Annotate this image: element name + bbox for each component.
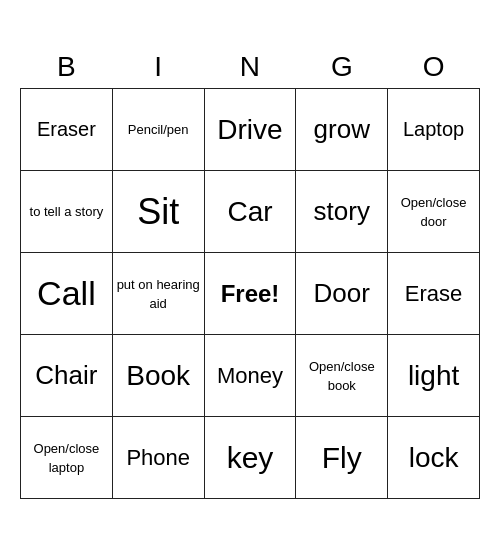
cell-text: Book [126,360,190,391]
bingo-header-O: O [388,45,480,89]
cell-text: key [227,441,274,474]
cell-text: Money [217,363,283,388]
bingo-cell-2-2: Free! [204,253,296,335]
cell-text: to tell a story [30,204,104,219]
cell-text: Call [37,274,96,312]
cell-text: lock [409,442,459,473]
cell-text: Open/close door [401,195,467,229]
cell-text: Erase [405,281,462,306]
cell-text: Drive [217,114,282,145]
cell-text: Eraser [37,118,96,140]
bingo-cell-0-1: Pencil/pen [112,89,204,171]
cell-text: Laptop [403,118,464,140]
cell-text: Open/close laptop [34,441,100,475]
bingo-cell-4-3: Fly [296,417,388,499]
cell-text: Free! [221,280,280,307]
bingo-cell-1-3: story [296,171,388,253]
bingo-cell-1-1: Sit [112,171,204,253]
bingo-cell-2-4: Erase [388,253,480,335]
bingo-card: BINGO EraserPencil/penDrivegrowLaptopto … [20,45,480,500]
bingo-cell-4-0: Open/close laptop [21,417,113,499]
bingo-cell-1-4: Open/close door [388,171,480,253]
bingo-cell-4-4: lock [388,417,480,499]
bingo-cell-1-0: to tell a story [21,171,113,253]
cell-text: Car [227,196,272,227]
bingo-cell-0-3: grow [296,89,388,171]
cell-text: light [408,360,459,391]
bingo-cell-2-0: Call [21,253,113,335]
bingo-cell-0-2: Drive [204,89,296,171]
cell-text: Fly [322,441,362,474]
cell-text: Sit [137,191,179,232]
cell-text: Chair [35,360,97,390]
bingo-cell-4-1: Phone [112,417,204,499]
bingo-cell-0-4: Laptop [388,89,480,171]
bingo-header-N: N [204,45,296,89]
bingo-cell-3-0: Chair [21,335,113,417]
bingo-cell-2-3: Door [296,253,388,335]
bingo-cell-1-2: Car [204,171,296,253]
cell-text: story [314,196,370,226]
cell-text: Open/close book [309,359,375,393]
cell-text: Pencil/pen [128,122,189,137]
bingo-header-I: I [112,45,204,89]
bingo-row-0: EraserPencil/penDrivegrowLaptop [21,89,480,171]
bingo-header-B: B [21,45,113,89]
bingo-cell-3-3: Open/close book [296,335,388,417]
cell-text: grow [314,114,370,144]
bingo-header-G: G [296,45,388,89]
bingo-cell-3-4: light [388,335,480,417]
bingo-cell-3-1: Book [112,335,204,417]
bingo-cell-0-0: Eraser [21,89,113,171]
cell-text: Door [314,278,370,308]
bingo-row-2: Callput on hearing aidFree!DoorErase [21,253,480,335]
bingo-cell-3-2: Money [204,335,296,417]
bingo-row-1: to tell a storySitCarstoryOpen/close doo… [21,171,480,253]
bingo-row-4: Open/close laptopPhonekeyFlylock [21,417,480,499]
cell-text: Phone [126,445,190,470]
bingo-cell-2-1: put on hearing aid [112,253,204,335]
bingo-cell-4-2: key [204,417,296,499]
bingo-row-3: ChairBookMoneyOpen/close booklight [21,335,480,417]
cell-text: put on hearing aid [117,277,200,311]
